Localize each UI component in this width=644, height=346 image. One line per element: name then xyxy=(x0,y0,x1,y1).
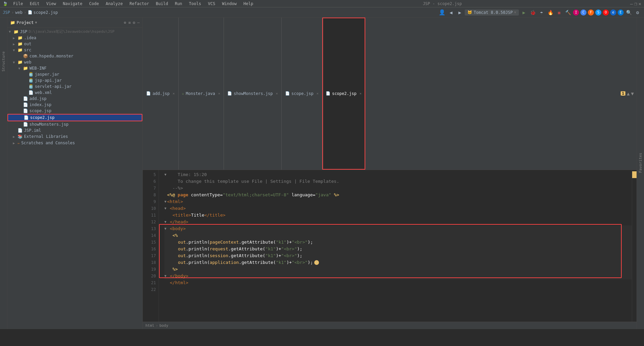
tree-item-jspapi[interactable]: 🫙 jsp-api.jar xyxy=(7,77,142,83)
code-line-10[interactable]: ▼ <head> xyxy=(164,205,632,212)
code-line-19[interactable]: %> xyxy=(164,266,632,273)
menu-refactor[interactable]: Refactor xyxy=(128,1,151,7)
tree-item-webinf[interactable]: ▼ 📁 WEB-INF xyxy=(7,65,142,71)
menu-build[interactable]: Build xyxy=(155,1,169,7)
tree-item-out[interactable]: ▶ 📁 out xyxy=(7,41,142,47)
tree-item-scope2jsp[interactable]: 📄 scope2.jsp xyxy=(7,114,142,121)
menu-tools[interactable]: Tools xyxy=(188,1,203,7)
expand-all-btn[interactable]: ▼ xyxy=(631,91,634,96)
structure-label[interactable]: Structure xyxy=(1,51,6,72)
menu-window[interactable]: Window xyxy=(221,1,238,7)
tab-scope2jsp[interactable]: 📄 scope2.jsp ✕ xyxy=(322,18,365,170)
profile-btn[interactable]: 👤 xyxy=(438,9,446,16)
favorites-label[interactable]: Favorites xyxy=(638,153,643,173)
profile-run-btn[interactable]: 🔥 xyxy=(547,9,554,16)
tree-item-addjsp[interactable]: 📄 add.jsp xyxy=(7,96,142,102)
tree-item-root[interactable]: ▼ 📁 JSP D:\java\Java笔记\Javawebcode\hsped… xyxy=(7,28,142,35)
code-line-16[interactable]: out.println(request.getAttribute("k1")+"… xyxy=(164,246,632,252)
browser-safari-icon[interactable]: S xyxy=(595,9,601,16)
collapse-all-btn[interactable]: ▲ xyxy=(627,91,629,96)
tree-item-webxml[interactable]: 📄 web.xml xyxy=(7,90,142,96)
minimize-btn[interactable]: — xyxy=(630,1,633,6)
tree-item-idea[interactable]: ▶ 📁 .idea xyxy=(7,35,142,41)
project-collapse-btn[interactable]: ≡ xyxy=(128,20,131,25)
code-line-17[interactable]: out.println(session.getAttribute("k1")+"… xyxy=(164,252,632,259)
tree-item-scopejsp[interactable]: 📄 scope.jsp xyxy=(7,108,142,114)
line-num-10: 10 xyxy=(143,205,156,212)
search-btn[interactable]: 🔍 xyxy=(625,9,632,16)
menu-run[interactable]: Run xyxy=(174,1,184,7)
run-btn[interactable]: ▶ xyxy=(520,9,528,16)
debug-btn[interactable]: 🐞 xyxy=(529,9,536,16)
browser-edge-icon[interactable]: E xyxy=(618,9,624,16)
project-title-label[interactable]: Project xyxy=(17,20,34,25)
code-line-20[interactable]: ▼ </body> xyxy=(164,273,632,279)
breadcrumb-jsp[interactable]: JSP xyxy=(3,10,10,15)
tab-close-scope2jsp[interactable]: ✕ xyxy=(360,92,362,95)
breadcrumb-web[interactable]: web xyxy=(15,10,23,15)
browser-opera-icon[interactable]: O xyxy=(603,9,609,16)
browser-firefox-icon[interactable]: F xyxy=(588,9,594,16)
code-line-11[interactable]: <title>Title</title> xyxy=(164,212,632,219)
code-line-13[interactable]: ▼ <body> xyxy=(164,225,632,232)
coverage-btn[interactable]: ☂ xyxy=(538,9,545,16)
tree-item-jasper[interactable]: 🫙 jasper.jar xyxy=(7,71,142,77)
back-btn[interactable]: ◀ xyxy=(447,9,455,16)
tree-item-indexjsp[interactable]: 📄 index.jsp xyxy=(7,102,142,108)
menu-help[interactable]: Help xyxy=(242,1,255,7)
settings-btn[interactable]: ⚙ xyxy=(634,9,641,16)
tab-close-showmonsters[interactable]: ✕ xyxy=(276,92,278,95)
menu-file[interactable]: File xyxy=(12,1,24,7)
tab-scopejsp[interactable]: 📄 scope.jsp ✕ xyxy=(282,18,322,170)
tree-item-jspiml[interactable]: 📄 JSP.iml xyxy=(7,127,142,133)
status-body[interactable]: body xyxy=(159,323,168,328)
close-btn[interactable]: ✕ xyxy=(639,1,641,6)
tree-item-package[interactable]: 📦 com.hspedu.monster xyxy=(7,53,142,59)
browser-chrome-icon[interactable]: C xyxy=(580,9,586,16)
build-btn[interactable]: 🔨 xyxy=(564,9,572,16)
menu-analyze[interactable]: Analyze xyxy=(104,1,124,7)
browser-idea-icon[interactable]: I xyxy=(573,9,579,16)
project-settings-btn[interactable]: ⚙ xyxy=(133,20,135,25)
breadcrumb-file[interactable]: 📄 scope2.jsp xyxy=(28,10,58,15)
code-line-22[interactable] xyxy=(164,286,632,293)
stop-btn[interactable]: ◼ xyxy=(555,9,563,16)
project-arrow[interactable]: ▼ xyxy=(35,21,37,24)
menu-view[interactable]: View xyxy=(45,1,58,7)
project-dropdown-icon[interactable]: 📁 xyxy=(10,20,15,25)
code-line-21[interactable]: </html> xyxy=(164,279,632,286)
tree-item-servletapi[interactable]: 🫙 servlet-api.jar xyxy=(7,83,142,90)
status-html[interactable]: html xyxy=(145,323,155,328)
code-line-5[interactable]: ▼ Time: 15:20 xyxy=(164,171,632,178)
code-line-15[interactable]: out.println(pageContext.getAttribute("k1… xyxy=(164,239,632,246)
tab-addjsp[interactable]: 📄 add.jsp ✕ xyxy=(143,18,179,170)
project-locate-btn[interactable]: ⊕ xyxy=(124,20,126,25)
tab-monsterjava[interactable]: ☕ Monster.java ✕ xyxy=(179,18,224,170)
forward-btn[interactable]: ▶ xyxy=(456,9,463,16)
menu-vcs[interactable]: VCS xyxy=(207,1,217,7)
code-line-8[interactable]: <%@ page contentType="text/html;charset=… xyxy=(164,192,632,198)
menu-code[interactable]: Code xyxy=(88,1,100,7)
tab-close-addjsp[interactable]: ✕ xyxy=(173,92,175,95)
project-hide-btn[interactable]: — xyxy=(137,20,140,25)
tree-item-scratches[interactable]: ▶ ✏ Scratches and Consoles xyxy=(7,140,142,146)
browser-ie-icon[interactable]: e xyxy=(610,9,616,16)
maximize-btn[interactable]: ❐ xyxy=(634,1,637,6)
tree-item-showmonsters[interactable]: 📄 showMonsters.jsp xyxy=(7,121,142,127)
code-line-9[interactable]: ▼ <html> xyxy=(164,198,632,205)
run-config-selector[interactable]: 🐱 Tomcat 8.0.50JSP ▼ xyxy=(465,9,519,16)
code-line-18[interactable]: out.println(application.getAttribute("k1… xyxy=(164,259,632,266)
code-line-12[interactable]: ▼ </head> xyxy=(164,219,632,225)
tab-close-monsterjava[interactable]: ✕ xyxy=(218,92,220,95)
tab-close-scopejsp[interactable]: ✕ xyxy=(317,92,319,95)
tree-item-src[interactable]: ▼ 📁 src xyxy=(7,47,142,53)
code-line-6[interactable]: To change this template use File | Setti… xyxy=(164,178,632,185)
menu-edit[interactable]: Edit xyxy=(28,1,41,7)
code-line-7[interactable]: --%> xyxy=(164,185,632,192)
code-content[interactable]: ▼ Time: 15:20 To change this template us… xyxy=(159,170,632,322)
tree-item-web[interactable]: ▼ 📁 web xyxy=(7,59,142,65)
tab-showmonsters[interactable]: 📄 showMonsters.jsp ✕ xyxy=(224,18,282,170)
menu-navigate[interactable]: Navigate xyxy=(62,1,84,7)
code-line-14[interactable]: <% xyxy=(164,232,632,239)
tree-item-extlibs[interactable]: ▶ 📚 External Libraries xyxy=(7,133,142,140)
